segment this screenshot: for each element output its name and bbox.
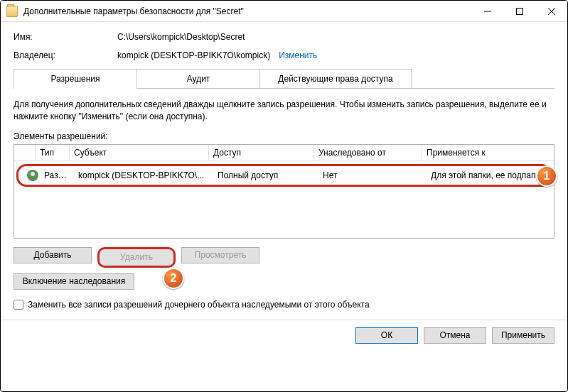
- change-owner-link[interactable]: Изменить: [279, 50, 317, 60]
- add-button[interactable]: Добавить: [14, 247, 92, 263]
- user-icon: [27, 170, 38, 181]
- apply-button[interactable]: Применить: [492, 327, 554, 344]
- annotation-badge-2: 2: [163, 268, 184, 289]
- cell-access: Полный доступ: [213, 169, 318, 182]
- replace-checkbox[interactable]: [14, 300, 23, 310]
- col-icon: [14, 145, 36, 160]
- minimize-button[interactable]: [471, 1, 503, 21]
- action-buttons: Добавить Удалить Просмотреть: [14, 247, 554, 268]
- dialog-footer: ОК Отмена Применить: [1, 320, 567, 352]
- permissions-table: Тип Субъект Доступ Унаследовано от Приме…: [14, 144, 554, 239]
- replace-checkbox-text: Заменить все записи разрешений дочернего…: [28, 300, 370, 310]
- table-body: Разр... kompick (DESKTOP-BPIKK7O\... Пол…: [14, 164, 554, 238]
- tab-effective-access[interactable]: Действующие права доступа: [259, 69, 412, 88]
- view-button[interactable]: Просмотреть: [181, 247, 259, 263]
- close-button[interactable]: [535, 1, 567, 21]
- cell-subject: kompick (DESKTOP-BPIKK7O\...: [74, 169, 213, 182]
- svg-rect-1: [516, 8, 523, 14]
- tab-audit[interactable]: Аудит: [136, 69, 260, 88]
- annotation-badge-1: 1: [536, 165, 557, 187]
- tab-permissions[interactable]: Разрешения: [14, 69, 137, 88]
- col-type[interactable]: Тип: [36, 145, 70, 160]
- col-access[interactable]: Доступ: [209, 145, 314, 160]
- cell-type: Разр...: [40, 169, 74, 182]
- name-value: C:\Users\kompick\Desktop\Secret: [117, 32, 245, 42]
- ok-button[interactable]: ОК: [355, 327, 418, 344]
- window-title: Дополнительные параметры безопасности дл…: [23, 6, 244, 16]
- folder-icon: [6, 6, 18, 17]
- owner-label: Владелец:: [14, 50, 117, 60]
- owner-value: kompick (DESKTOP-BPIKK7O\kompick): [117, 50, 270, 60]
- tabs: Разрешения Аудит Действующие права досту…: [14, 69, 554, 89]
- maximize-button[interactable]: [503, 1, 535, 21]
- permissions-label: Элементы разрешений:: [14, 131, 554, 141]
- col-applies[interactable]: Применяется к: [422, 145, 554, 160]
- cancel-button[interactable]: Отмена: [424, 327, 486, 344]
- cell-applies: Для этой папки, ее подпапок ...: [427, 169, 550, 182]
- window-controls: [471, 1, 567, 21]
- info-text: Для получения дополнительных сведений дв…: [14, 99, 554, 123]
- name-label: Имя:: [14, 32, 117, 42]
- dialog-content: Имя: C:\Users\kompick\Desktop\Secret Вла…: [1, 22, 567, 320]
- col-inherited[interactable]: Унаследовано от: [314, 145, 422, 160]
- col-subject[interactable]: Субъект: [70, 145, 209, 160]
- enable-inheritance-button[interactable]: Включение наследования: [14, 273, 134, 290]
- remove-button[interactable]: Удалить: [97, 247, 176, 268]
- table-row[interactable]: Разр... kompick (DESKTOP-BPIKK7O\... Пол…: [16, 164, 552, 187]
- replace-checkbox-label[interactable]: Заменить все записи разрешений дочернего…: [14, 300, 554, 310]
- table-header: Тип Субъект Доступ Унаследовано от Приме…: [14, 145, 554, 161]
- cell-inherited: Нет: [318, 169, 427, 182]
- titlebar: Дополнительные параметры безопасности дл…: [1, 1, 567, 22]
